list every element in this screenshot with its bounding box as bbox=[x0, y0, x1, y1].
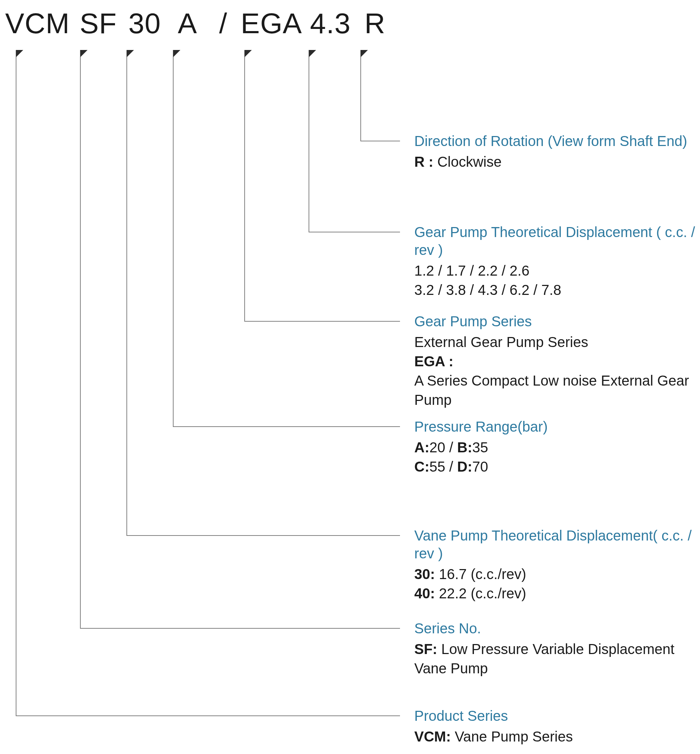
svg-marker-6 bbox=[361, 50, 368, 57]
code-seg-43: 4.3 bbox=[303, 7, 357, 40]
desc-series-no-key: SF: bbox=[414, 641, 437, 657]
desc-rotation: Direction of Rotation (View form Shaft E… bbox=[414, 132, 687, 171]
desc-series-no: Series No. SF: Low Pressure Variable Dis… bbox=[414, 620, 700, 678]
desc-rotation-body: R : Clockwise bbox=[414, 152, 687, 171]
desc-pressure-title: Pressure Range(bar) bbox=[414, 418, 548, 436]
desc-pressure-v3: 55 / bbox=[429, 459, 457, 475]
desc-series-no-body: SF: Low Pressure Variable Displacement V… bbox=[414, 639, 700, 678]
desc-series-no-title: Series No. bbox=[414, 620, 700, 637]
svg-marker-1 bbox=[80, 50, 88, 57]
code-seg-ega: EGA bbox=[239, 7, 303, 40]
desc-vane-displacement: Vane Pump Theoretical Displacement( c.c.… bbox=[414, 526, 700, 603]
code-seg-sf: SF bbox=[75, 7, 122, 40]
code-seg-r: R bbox=[357, 7, 393, 40]
desc-product-series-val: Vane Pump Series bbox=[451, 729, 573, 745]
desc-pressure-body: A:20 / B:35 C:55 / D:70 bbox=[414, 438, 548, 476]
desc-product-series-title: Product Series bbox=[414, 707, 573, 725]
desc-gear-displacement: Gear Pump Theoretical Displacement ( c.c… bbox=[414, 223, 700, 300]
desc-vane-displacement-v1: 16.7 (c.c./rev) bbox=[435, 566, 527, 582]
code-seg-vcm: VCM bbox=[0, 7, 75, 40]
svg-marker-3 bbox=[173, 50, 180, 57]
desc-vane-displacement-title: Vane Pump Theoretical Displacement( c.c.… bbox=[414, 526, 700, 562]
desc-rotation-val: Clockwise bbox=[433, 154, 502, 170]
desc-product-series-key: VCM: bbox=[414, 729, 451, 745]
desc-gear-displacement-title: Gear Pump Theoretical Displacement ( c.c… bbox=[414, 223, 700, 259]
desc-vane-displacement-k1: 30: bbox=[414, 566, 435, 582]
svg-marker-2 bbox=[127, 50, 134, 57]
desc-pressure-k4: D: bbox=[457, 459, 472, 475]
desc-gear-series: Gear Pump Series External Gear Pump Seri… bbox=[414, 312, 700, 409]
desc-pressure-v1: 20 / bbox=[429, 439, 457, 455]
desc-pressure-v4: 70 bbox=[472, 459, 488, 475]
desc-gear-series-l3: A Series Compact Low noise External Gear… bbox=[414, 373, 689, 408]
model-code-row: VCM SF 30 A / EGA 4.3 R bbox=[0, 7, 393, 40]
desc-pressure-k2: B: bbox=[457, 439, 472, 455]
desc-pressure-v2: 35 bbox=[472, 439, 488, 455]
desc-vane-displacement-v2: 22.2 (c.c./rev) bbox=[435, 585, 527, 601]
code-seg-a: A bbox=[168, 7, 207, 40]
svg-marker-0 bbox=[16, 50, 23, 57]
desc-gear-series-body: External Gear Pump Series EGA : A Series… bbox=[414, 333, 700, 409]
desc-gear-displacement-l2: 3.2 / 3.8 / 4.3 / 6.2 / 7.8 bbox=[414, 282, 561, 298]
desc-gear-displacement-body: 1.2 / 1.7 / 2.2 / 2.6 3.2 / 3.8 / 4.3 / … bbox=[414, 261, 700, 300]
desc-gear-series-title: Gear Pump Series bbox=[414, 312, 700, 330]
desc-rotation-title: Direction of Rotation (View form Shaft E… bbox=[414, 132, 687, 150]
svg-marker-5 bbox=[309, 50, 316, 57]
desc-gear-displacement-l1: 1.2 / 1.7 / 2.2 / 2.6 bbox=[414, 263, 529, 278]
desc-vane-displacement-k2: 40: bbox=[414, 585, 435, 601]
desc-product-series: Product Series VCM: Vane Pump Series bbox=[414, 707, 573, 746]
desc-pressure: Pressure Range(bar) A:20 / B:35 C:55 / D… bbox=[414, 418, 548, 476]
code-sep: / bbox=[207, 7, 239, 40]
svg-marker-4 bbox=[245, 50, 252, 57]
code-seg-30: 30 bbox=[122, 7, 168, 40]
desc-vane-displacement-body: 30: 16.7 (c.c./rev) 40: 22.2 (c.c./rev) bbox=[414, 564, 700, 603]
desc-gear-series-l1: External Gear Pump Series bbox=[414, 334, 588, 350]
desc-pressure-k1: A: bbox=[414, 439, 429, 455]
desc-product-series-body: VCM: Vane Pump Series bbox=[414, 727, 573, 746]
desc-rotation-key: R : bbox=[414, 154, 433, 170]
desc-gear-series-key: EGA : bbox=[414, 353, 453, 369]
desc-pressure-k3: C: bbox=[414, 459, 429, 475]
desc-series-no-val: Low Pressure Variable Displacement Vane … bbox=[414, 641, 674, 676]
